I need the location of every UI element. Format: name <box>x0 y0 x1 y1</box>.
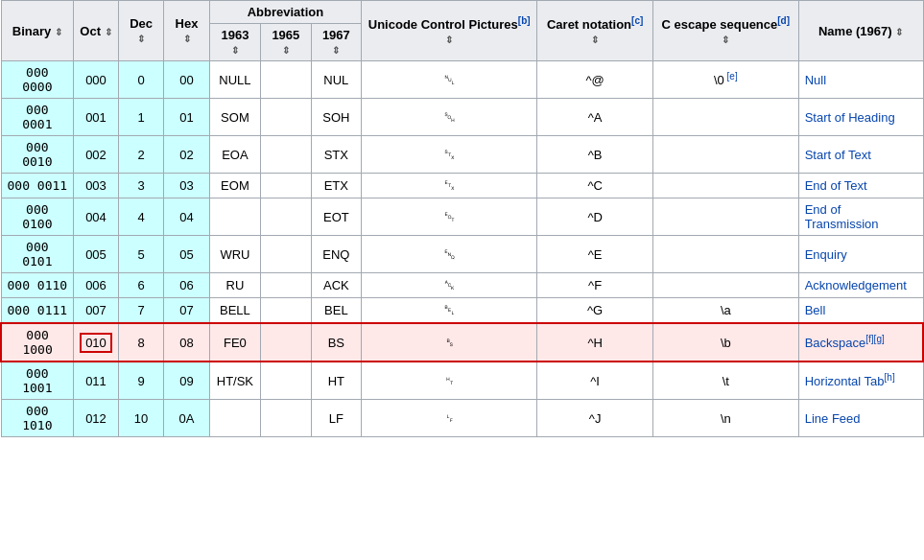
cell-dec: 9 <box>118 362 163 400</box>
name-link[interactable]: Backspace <box>805 337 866 351</box>
table-row: 000 0110006606RUACK␆^FAcknowledgement <box>1 273 923 298</box>
cell-abbr1963: BELL <box>209 298 260 324</box>
cell-dec: 10 <box>118 400 163 437</box>
cell-dec: 4 <box>118 198 163 236</box>
table-row: 000 0011003303EOMETX␃^CEnd of Text <box>1 174 923 198</box>
name-link[interactable]: Enquiry <box>805 247 847 262</box>
cell-oct: 011 <box>74 362 119 400</box>
cell-unicode: ␄ <box>362 198 537 236</box>
header-abbr1963: 1963 ⇕ <box>209 24 260 61</box>
cell-dec: 5 <box>118 236 163 273</box>
cell-abbr1967: EOT <box>311 198 362 236</box>
name-link[interactable]: Line Feed <box>805 411 861 426</box>
cell-abbr1967: ACK <box>311 273 362 298</box>
cell-name: Bell <box>798 298 923 324</box>
cell-oct: 010 <box>74 323 119 362</box>
sort-icon-cescape[interactable]: ⇕ <box>722 35 729 45</box>
sort-icon-oct[interactable]: ⇕ <box>105 27 112 37</box>
cell-binary: 000 0011 <box>1 174 74 198</box>
cell-cescape <box>652 136 798 174</box>
cell-name: Null <box>798 61 923 99</box>
cell-binary: 000 0101 <box>1 236 74 273</box>
cell-binary: 000 0100 <box>1 198 74 236</box>
cell-unicode: ␉ <box>362 362 537 400</box>
sort-icon-abbr1963[interactable]: ⇕ <box>231 45 239 56</box>
name-link[interactable]: Null <box>805 73 826 87</box>
cell-hex: 0A <box>164 400 209 437</box>
name-superscript: [f][g] <box>865 334 884 344</box>
cell-dec: 0 <box>118 61 163 99</box>
cell-binary: 000 0110 <box>1 273 74 298</box>
cell-dec: 2 <box>118 136 163 174</box>
cell-dec: 8 <box>118 323 163 362</box>
header-abbreviation: Abbreviation <box>209 1 361 24</box>
header-name: Name (1967) ⇕ <box>798 1 923 61</box>
cell-abbr1967: ETX <box>311 174 362 198</box>
name-link[interactable]: End of Transmission <box>805 202 879 231</box>
cell-unicode: ␂ <box>362 136 537 174</box>
name-link[interactable]: End of Text <box>805 178 867 193</box>
cell-abbr1965 <box>261 61 312 99</box>
cell-caret: ^E <box>537 236 653 273</box>
cell-caret: ^D <box>537 198 653 236</box>
cell-oct: 000 <box>74 61 119 99</box>
header-binary: Binary ⇕ <box>1 1 74 61</box>
cell-abbr1967: STX <box>311 136 362 174</box>
cell-abbr1967: BS <box>311 323 362 362</box>
sort-icon-abbr1965[interactable]: ⇕ <box>282 45 290 56</box>
table-row: 000 1001011909HT/SKHT␉^I\tHorizontal Tab… <box>1 362 923 400</box>
cell-binary: 000 0010 <box>1 136 74 174</box>
sort-icon-caret[interactable]: ⇕ <box>591 35 599 45</box>
table-row: 000 0101005505WRUENQ␅^EEnquiry <box>1 236 923 273</box>
name-link[interactable]: Start of Text <box>805 148 871 162</box>
cell-caret: ^G <box>537 298 653 324</box>
header-cescape: C escape sequence[d] ⇕ <box>652 1 798 61</box>
cell-caret: ^C <box>537 174 653 198</box>
table-row: 000 0010002202EOASTX␂^BStart of Text <box>1 136 923 174</box>
cell-caret: ^J <box>537 400 653 437</box>
sort-icon-binary[interactable]: ⇕ <box>55 27 62 37</box>
cell-name: Line Feed <box>798 400 923 437</box>
cell-hex: 08 <box>164 323 209 362</box>
table-row: 000 1000010808FE0BS␈^H\bBackspace[f][g] <box>1 323 923 362</box>
name-link[interactable]: Bell <box>805 303 826 317</box>
cell-abbr1965 <box>261 174 312 198</box>
cell-caret: ^I <box>537 362 653 400</box>
cell-dec: 3 <box>118 174 163 198</box>
cell-hex: 00 <box>164 61 209 99</box>
cell-abbr1965 <box>261 99 312 136</box>
name-link[interactable]: Acknowledgement <box>805 278 907 292</box>
cell-cescape: \n <box>652 400 798 437</box>
cell-dec: 7 <box>118 298 163 324</box>
cell-abbr1963: EOM <box>209 174 260 198</box>
cell-oct: 012 <box>74 400 119 437</box>
name-superscript: [h] <box>885 372 895 383</box>
table-row: 000 0000000000NULLNUL␀^@\0 [e]Null <box>1 61 923 99</box>
sort-icon-hex[interactable]: ⇕ <box>183 34 191 44</box>
cell-cescape: \b <box>652 323 798 362</box>
cell-caret: ^A <box>537 99 653 136</box>
cell-abbr1963: HT/SK <box>209 362 260 400</box>
cell-name: Acknowledgement <box>798 273 923 298</box>
cell-oct: 007 <box>74 298 119 324</box>
cell-name: End of Text <box>798 174 923 198</box>
sort-icon-abbr1967[interactable]: ⇕ <box>332 45 340 56</box>
cell-unicode: ␇ <box>362 298 537 324</box>
cescape-superscript: [e] <box>724 71 738 82</box>
header-caret: Caret notation[c] ⇕ <box>537 1 653 61</box>
name-link[interactable]: Horizontal Tab <box>805 375 885 389</box>
cell-unicode: ␈ <box>362 323 537 362</box>
cell-abbr1965 <box>261 298 312 324</box>
cell-oct: 006 <box>74 273 119 298</box>
sort-icon-dec[interactable]: ⇕ <box>137 34 145 44</box>
cell-hex: 03 <box>164 174 209 198</box>
cell-cescape <box>652 174 798 198</box>
cell-unicode: ␊ <box>362 400 537 437</box>
header-hex: Hex ⇕ <box>164 1 209 61</box>
name-link[interactable]: Start of Heading <box>805 110 895 125</box>
sort-icon-unicode[interactable]: ⇕ <box>445 35 453 45</box>
cell-hex: 06 <box>164 273 209 298</box>
cell-cescape <box>652 273 798 298</box>
sort-icon-name[interactable]: ⇕ <box>895 27 903 37</box>
cell-abbr1963: RU <box>209 273 260 298</box>
